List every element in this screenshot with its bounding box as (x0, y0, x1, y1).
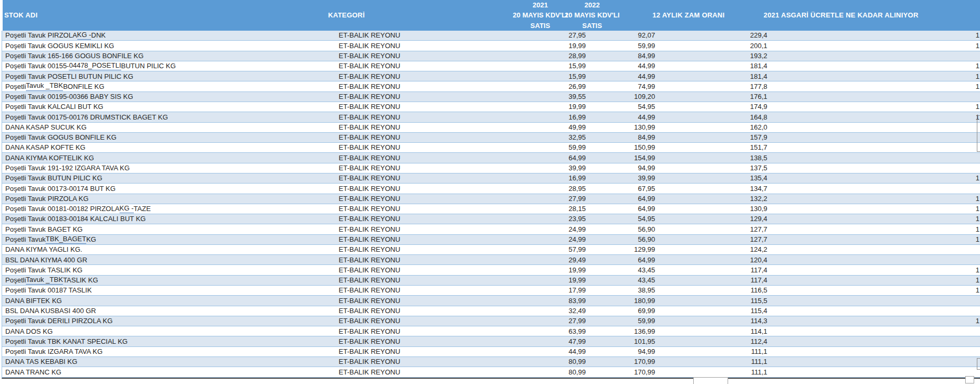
cell-zam-orani[interactable]: 174,9 (657, 102, 769, 112)
cell-asgari-truncated[interactable]: 1 (769, 71, 980, 81)
cell-kategori[interactable]: ET-BALIK REYONU (286, 31, 518, 40)
cell-asgari-truncated[interactable] (769, 296, 980, 305)
cell-stok-adi[interactable]: Poşetli Tavuk TASLIK KG (2, 265, 286, 275)
cell-stok-adi[interactable]: Poşetli Tavuk TBK_BAGET KG (2, 235, 286, 244)
table-row[interactable]: BSL DANA KIYMA 400 GRET-BALIK REYONU29,4… (2, 255, 980, 265)
cell-zam-orani[interactable]: 134,7 (657, 184, 769, 193)
cell-zam-orani[interactable]: 176,1 (657, 92, 769, 102)
table-row[interactable]: Poşetli Tavuk 00187 TASLIKET-BALIK REYON… (2, 286, 980, 296)
cell-stok-adi[interactable]: Poşetli Tavuk GOGUS KEMIKLI KG (2, 41, 286, 50)
cell-stok-adi[interactable]: Poşetli Tavuk 00183-00184 KALCALI BUT KG (2, 214, 286, 224)
cell-2022-satis[interactable]: 84,99 (588, 133, 657, 142)
table-row[interactable]: DANA BIFTEK KGET-BALIK REYONU83,99180,99… (2, 296, 980, 306)
cell-asgari-truncated[interactable]: 1 (769, 102, 980, 112)
cell-zam-orani[interactable]: 111,1 (657, 357, 769, 367)
cell-kategori[interactable]: ET-BALIK REYONU (286, 214, 518, 224)
table-row[interactable]: Poşetli Tavuk _TBK BONFILE KGET-BALIK RE… (2, 81, 980, 92)
cell-asgari-truncated[interactable] (769, 336, 980, 346)
cell-asgari-truncated[interactable] (769, 51, 980, 61)
cell-stok-adi[interactable]: Poşetli Tavuk DERILI PIRZOLA KG (2, 316, 286, 326)
table-row[interactable]: Poşetli Tavuk 00155-04478_POSETLI BUTUN … (2, 61, 980, 71)
cell-2022-satis[interactable]: 130,99 (588, 123, 657, 132)
cell-stok-adi[interactable]: DANA KASAP KOFTE KG (2, 143, 286, 152)
cell-2022-satis[interactable]: 54,95 (588, 214, 657, 224)
cell-2022-satis[interactable]: 129,99 (588, 245, 657, 254)
cell-kategori[interactable]: ET-BALIK REYONU (286, 347, 518, 356)
cell-asgari-truncated[interactable]: 1 (769, 41, 980, 50)
cell-kategori[interactable]: ET-BALIK REYONU (286, 224, 518, 234)
cell-2021-satis[interactable]: 32,95 (518, 133, 588, 142)
cell-kategori[interactable]: ET-BALIK REYONU (286, 61, 518, 71)
cell-2021-satis[interactable]: 80,99 (518, 357, 588, 367)
cell-stok-adi[interactable]: BSL DANA KUSBASI 400 GR (2, 306, 286, 316)
cell-2021-satis[interactable]: 32,49 (518, 306, 588, 316)
cell-2021-satis[interactable]: 24,99 (518, 235, 588, 244)
cell-kategori[interactable]: ET-BALIK REYONU (286, 336, 518, 346)
table-row[interactable]: Poşetli Tavuk TBK KANAT SPECIAL KGET-BAL… (2, 336, 980, 346)
table-row[interactable]: Poşetli Tavuk KALCALI BUT KGET-BALIK REY… (2, 102, 980, 112)
cell-kategori[interactable]: ET-BALIK REYONU (286, 184, 518, 193)
table-row[interactable]: Poşetli Tavuk IZGARA TAVA KGET-BALIK REY… (2, 347, 980, 357)
cell-zam-orani[interactable]: 164,8 (657, 112, 769, 122)
cell-2021-satis[interactable]: 16,99 (518, 173, 588, 183)
cell-stok-adi[interactable]: Poşetli Tavuk 165-166 GOGUS BONFILE KG (2, 51, 286, 61)
cell-stok-adi[interactable]: Poşetli Tavuk PIRZOLA KG - DNK (2, 31, 286, 40)
cell-kategori[interactable]: ET-BALIK REYONU (286, 204, 518, 214)
cell-2022-satis[interactable]: 54,95 (588, 102, 657, 112)
cell-stok-adi[interactable]: Poşetli Tavuk _TBK TASLIK KG (2, 276, 286, 285)
cell-2021-satis[interactable]: 23,95 (518, 214, 588, 224)
cell-stok-adi[interactable]: Poşetli Tavuk PIRZOLA KG (2, 194, 286, 204)
cell-2021-satis[interactable]: 15,99 (518, 71, 588, 81)
cell-stok-adi[interactable]: DANA TAS KEBABI KG (2, 357, 286, 367)
table-row[interactable]: Poşetli Tavuk BUTUN PILIC KGET-BALIK REY… (2, 173, 980, 184)
cell-stok-adi[interactable]: Poşetli Tavuk 00173-00174 BUT KG (2, 184, 286, 193)
cell-kategori[interactable]: ET-BALIK REYONU (286, 143, 518, 152)
cell-2021-satis[interactable]: 26,99 (518, 81, 588, 91)
cell-2021-satis[interactable]: 44,99 (518, 347, 588, 356)
cell-2022-satis[interactable]: 170,99 (588, 367, 657, 377)
cell-zam-orani[interactable]: 157,9 (657, 133, 769, 142)
cell-2022-satis[interactable]: 180,99 (588, 296, 657, 305)
cell-kategori[interactable]: ET-BALIK REYONU (286, 153, 518, 162)
cell-asgari-truncated[interactable] (769, 367, 980, 377)
cell-2021-satis[interactable]: 27,99 (518, 194, 588, 204)
cell-2022-satis[interactable]: 44,99 (588, 71, 657, 81)
cell-zam-orani[interactable]: 229,4 (657, 31, 769, 40)
table-row[interactable]: DANA KIYMA YAGLI KG.ET-BALIK REYONU57,99… (2, 245, 980, 255)
cell-kategori[interactable]: ET-BALIK REYONU (286, 265, 518, 275)
table-row[interactable]: Poşetli Tavuk POSETLI BUTUN PILIC KGET-B… (2, 71, 980, 81)
cell-2021-satis[interactable]: 49,99 (518, 123, 588, 132)
cell-2021-satis[interactable]: 27,99 (518, 316, 588, 326)
cell-zam-orani[interactable]: 181,4 (657, 71, 769, 81)
cell-2021-satis[interactable]: 27,95 (518, 31, 588, 40)
cell-stok-adi[interactable]: Poşetli Tavuk GOGUS BONFILE KG (2, 133, 286, 142)
cell-zam-orani[interactable]: 115,5 (657, 296, 769, 305)
cell-2022-satis[interactable]: 154,99 (588, 153, 657, 162)
cell-2022-satis[interactable]: 109,20 (588, 92, 657, 102)
cell-kategori[interactable]: ET-BALIK REYONU (286, 255, 518, 264)
cell-asgari-truncated[interactable] (769, 245, 980, 254)
cell-stok-adi[interactable]: Poşetli Tavuk POSETLI BUTUN PILIC KG (2, 71, 286, 81)
cell-2022-satis[interactable]: 170,99 (588, 357, 657, 367)
table-row[interactable]: Poşetli Tavuk DERILI PIRZOLA KGET-BALIK … (2, 316, 980, 326)
cell-2022-satis[interactable]: 44,99 (588, 61, 657, 71)
cell-2022-satis[interactable]: 56,90 (588, 235, 657, 244)
cell-kategori[interactable]: ET-BALIK REYONU (286, 357, 518, 367)
cell-asgari-truncated[interactable] (769, 123, 980, 132)
cell-2022-satis[interactable]: 43,45 (588, 265, 657, 275)
cell-asgari-truncated[interactable]: 1 (769, 265, 980, 275)
cell-2022-satis[interactable]: 74,99 (588, 81, 657, 91)
cell-zam-orani[interactable]: 120,4 (657, 255, 769, 264)
cell-asgari-truncated[interactable] (769, 306, 980, 316)
table-row[interactable]: DANA KASAP KOFTE KGET-BALIK REYONU59,991… (2, 143, 980, 153)
cell-2022-satis[interactable]: 101,95 (588, 336, 657, 346)
cell-kategori[interactable]: ET-BALIK REYONU (286, 326, 518, 336)
cell-zam-orani[interactable]: 193,2 (657, 51, 769, 61)
table-row[interactable]: Poşetli Tavuk 00175-00176 DRUMSTICK BAGE… (2, 112, 980, 122)
table-row[interactable]: DANA KASAP SUCUK KGET-BALIK REYONU49,991… (2, 123, 980, 133)
cell-2021-satis[interactable]: 39,99 (518, 163, 588, 173)
cell-asgari-truncated[interactable] (769, 184, 980, 193)
table-row[interactable]: Poşetli Tavuk 191-192 IZGARA TAVA KGET-B… (2, 163, 980, 173)
cell-kategori[interactable]: ET-BALIK REYONU (286, 367, 518, 377)
cell-2021-satis[interactable]: 24,99 (518, 224, 588, 234)
